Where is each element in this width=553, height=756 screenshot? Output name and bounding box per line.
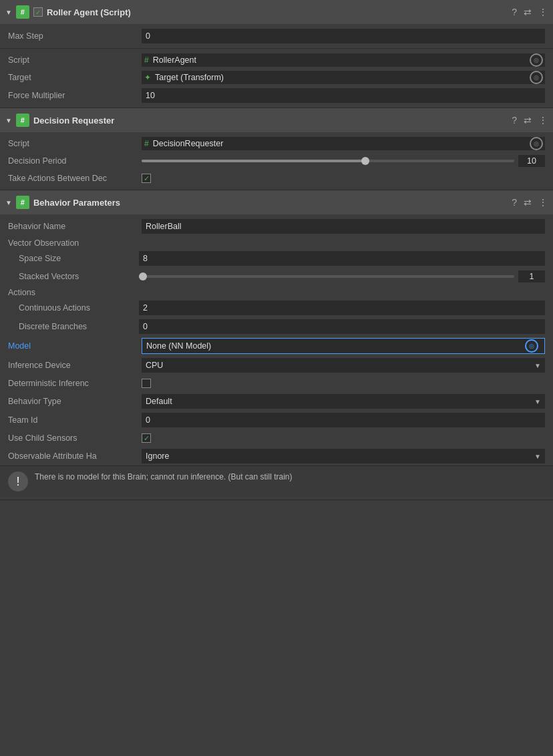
target-label: Target xyxy=(8,73,142,82)
take-actions-checkbox[interactable]: ✓ xyxy=(142,174,151,183)
dr-menu-icon[interactable]: ⋮ xyxy=(538,116,548,125)
stacked-vectors-slider-thumb[interactable] xyxy=(139,272,147,280)
dr-script-label: Script xyxy=(8,139,142,148)
observable-attribute-dropdown[interactable]: Ignore ▼ xyxy=(142,449,545,463)
behavior-parameters-content: Behavior Name Vector Observation Space S… xyxy=(0,214,553,500)
deterministic-inference-row: Deterministic Inferenc xyxy=(0,375,553,392)
decision-period-slider-container: 10 xyxy=(142,155,545,167)
dr-script-hash-icon: # xyxy=(16,114,29,127)
menu-icon[interactable]: ⋮ xyxy=(538,7,548,17)
model-select-icon[interactable]: ◎ xyxy=(525,339,538,353)
help-icon[interactable]: ? xyxy=(512,7,517,17)
behavior-type-dropdown[interactable]: Default ▼ xyxy=(142,394,545,409)
team-id-input[interactable] xyxy=(142,413,545,427)
use-child-sensors-label: Use Child Sensors xyxy=(8,433,142,443)
collapse-arrow-icon[interactable]: ▼ xyxy=(5,9,12,16)
bp-panel-header-icons: ? ⇄ ⋮ xyxy=(512,198,548,207)
dr-script-value-input[interactable] xyxy=(149,137,530,150)
model-row: Model None (NN Model) ◎ xyxy=(0,336,553,356)
warning-icon: ! xyxy=(8,471,28,492)
decision-period-slider-fill xyxy=(142,160,365,162)
script-target-icon[interactable]: ◎ xyxy=(530,53,543,67)
roller-agent-header: ▼ # ✓ Roller Agent (Script) ? ⇄ ⋮ xyxy=(0,0,553,24)
continuous-actions-input[interactable] xyxy=(139,301,545,315)
behavior-parameters-panel: ▼ # Behavior Parameters ? ⇄ ⋮ Behavior N… xyxy=(0,190,553,500)
force-multiplier-row: Force Multiplier xyxy=(0,86,553,105)
deterministic-inference-checkbox[interactable] xyxy=(142,379,151,388)
deterministic-inference-label: Deterministic Inferenc xyxy=(8,379,142,388)
script-value-input[interactable] xyxy=(149,53,530,67)
dr-help-icon[interactable]: ? xyxy=(512,116,517,125)
inference-device-label: Inference Device xyxy=(8,361,142,370)
use-child-sensors-checkbox[interactable]: ✓ xyxy=(142,433,151,443)
stacked-vectors-slider-container: 1 xyxy=(139,270,545,282)
inference-device-value: CPU xyxy=(146,361,163,370)
bp-help-icon[interactable]: ? xyxy=(512,198,517,207)
roller-agent-content: Max Step Script # ◎ Target ✦ ◎ Force Mul… xyxy=(0,24,553,108)
behavior-parameters-title: Behavior Parameters xyxy=(33,198,508,208)
script-hash-small-icon: # xyxy=(144,55,149,65)
roller-agent-panel: ▼ # ✓ Roller Agent (Script) ? ⇄ ⋮ Max St… xyxy=(0,0,553,108)
discrete-branches-label: Discrete Branches xyxy=(19,322,139,331)
stacked-vectors-slider-track[interactable] xyxy=(139,275,514,278)
sliders-icon[interactable]: ⇄ xyxy=(524,7,532,17)
stacked-vectors-row: Stacked Vectors 1 xyxy=(0,268,553,285)
inference-device-row: Inference Device CPU ▼ xyxy=(0,356,553,375)
decision-requester-content: Script # ◎ Decision Period 10 Take Actio… xyxy=(0,132,553,190)
decision-period-slider-thumb[interactable] xyxy=(361,157,369,165)
decision-period-label: Decision Period xyxy=(8,156,142,166)
dr-script-field: # ◎ xyxy=(142,137,545,150)
decision-period-value[interactable]: 10 xyxy=(518,155,545,167)
decision-requester-panel: ▼ # Decision Requester ? ⇄ ⋮ Script # ◎ … xyxy=(0,108,553,190)
script-hash-icon: # xyxy=(16,5,29,19)
bp-script-hash-icon: # xyxy=(16,196,29,209)
script-row: Script # ◎ xyxy=(0,51,553,69)
warning-text: There is no model for this Brain; cannot… xyxy=(35,471,293,483)
dr-script-target-icon[interactable]: ◎ xyxy=(530,137,543,150)
behavior-name-label: Behavior Name xyxy=(8,222,142,231)
dr-collapse-arrow-icon[interactable]: ▼ xyxy=(5,117,12,124)
behavior-name-input[interactable] xyxy=(142,219,545,234)
max-step-row: Max Step xyxy=(0,27,553,45)
target-select-icon[interactable]: ◎ xyxy=(530,71,543,84)
decision-requester-title: Decision Requester xyxy=(33,116,508,126)
behavior-type-row: Behavior Type Default ▼ xyxy=(0,392,553,411)
roller-agent-title: Roller Agent (Script) xyxy=(47,7,508,17)
warning-bar: ! There is no model for this Brain; cann… xyxy=(0,465,553,497)
vector-observation-section-label: Vector Observation xyxy=(0,236,553,249)
bp-menu-icon[interactable]: ⋮ xyxy=(538,198,548,207)
dr-sliders-icon[interactable]: ⇄ xyxy=(524,116,532,125)
target-value-input[interactable] xyxy=(151,71,530,84)
behavior-type-label: Behavior Type xyxy=(8,397,142,406)
space-size-input[interactable] xyxy=(139,251,545,266)
behavior-type-arrow-icon: ▼ xyxy=(534,398,541,405)
stacked-vectors-value[interactable]: 1 xyxy=(518,270,545,282)
component-enable-checkbox[interactable]: ✓ xyxy=(33,7,43,17)
model-label: Model xyxy=(8,341,142,351)
bp-sliders-icon[interactable]: ⇄ xyxy=(524,198,532,207)
use-child-sensors-row: Use Child Sensors ✓ xyxy=(0,429,553,447)
observable-attribute-value: Ignore xyxy=(146,451,169,461)
force-multiplier-input[interactable] xyxy=(142,88,545,103)
target-transform-icon: ✦ xyxy=(144,73,151,82)
decision-requester-header: ▼ # Decision Requester ? ⇄ ⋮ xyxy=(0,108,553,132)
continuous-actions-row: Continuous Actions xyxy=(0,299,553,317)
take-actions-label: Take Actions Between Dec xyxy=(8,174,142,183)
space-size-label: Space Size xyxy=(19,254,139,263)
bp-collapse-arrow-icon[interactable]: ▼ xyxy=(5,199,12,206)
decision-period-slider-track[interactable] xyxy=(142,160,514,162)
team-id-label: Team Id xyxy=(8,415,142,425)
space-size-row: Space Size xyxy=(0,249,553,268)
discrete-branches-input[interactable] xyxy=(139,319,545,334)
model-field[interactable]: None (NN Model) ◎ xyxy=(142,338,545,354)
inference-device-dropdown[interactable]: CPU ▼ xyxy=(142,358,545,373)
team-id-row: Team Id xyxy=(0,411,553,429)
dr-panel-header-icons: ? ⇄ ⋮ xyxy=(512,116,548,125)
actions-section-label: Actions xyxy=(0,285,553,299)
force-multiplier-label: Force Multiplier xyxy=(8,91,142,100)
continuous-actions-label: Continuous Actions xyxy=(19,303,139,313)
observable-attribute-arrow-icon: ▼ xyxy=(534,453,541,460)
max-step-input[interactable] xyxy=(142,29,545,43)
script-field: # ◎ xyxy=(142,53,545,67)
take-actions-row: Take Actions Between Dec ✓ xyxy=(0,170,553,187)
